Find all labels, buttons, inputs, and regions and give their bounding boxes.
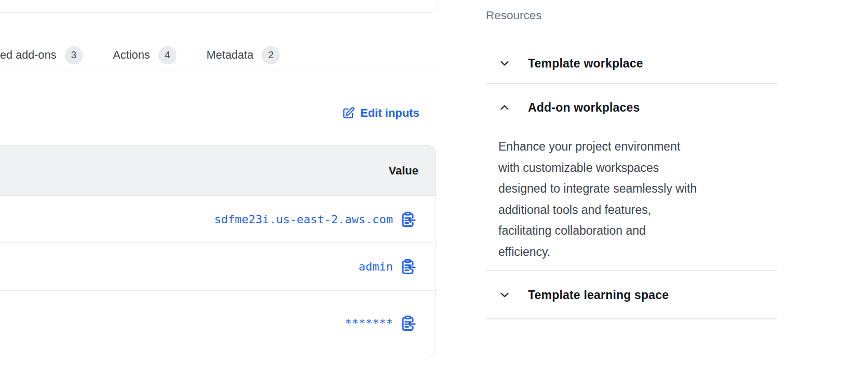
- accordion-template-learning-space[interactable]: Template learning space: [486, 281, 777, 308]
- chevron-up-icon: [498, 101, 511, 114]
- section-divider: [486, 318, 777, 319]
- tab-bar: ed add-ons 3 Actions 4 Metadata 2: [0, 38, 440, 72]
- tab-metadata[interactable]: Metadata 2: [207, 46, 280, 64]
- table-header-row: Value: [0, 146, 436, 196]
- inputs-table: Value sdfme23i.us-east-2.aws.com admin: [0, 145, 436, 356]
- edit-inputs-label: Edit inputs: [360, 106, 419, 120]
- table-row: *******: [0, 290, 436, 356]
- clipboard-copy-icon[interactable]: [399, 315, 416, 332]
- pencil-square-icon: [342, 106, 355, 120]
- tab-count-badge: 4: [158, 46, 177, 64]
- value-column-header: Value: [389, 164, 436, 178]
- row-value-text: *******: [345, 317, 393, 330]
- top-card-partial: [0, 0, 437, 13]
- description-line: facilitating collaboration and: [498, 220, 768, 241]
- resources-panel: Resources Template workplace Add-on work…: [486, 0, 777, 378]
- row-value-text: admin: [359, 260, 393, 273]
- section-divider: [486, 270, 777, 271]
- description-line: with customizable workspaces: [498, 157, 768, 179]
- tab-count-badge: 3: [65, 46, 83, 64]
- accordion-add-on-workplaces[interactable]: Add-on workplaces: [486, 94, 777, 121]
- description-line: efficiency.: [498, 241, 768, 263]
- resources-heading: Resources: [486, 9, 542, 22]
- chevron-down-icon: [498, 289, 511, 301]
- description-line: Enhance your project environment: [498, 136, 768, 157]
- table-row: admin: [0, 242, 436, 290]
- tab-label: Actions: [113, 49, 150, 62]
- clipboard-copy-icon[interactable]: [399, 259, 416, 275]
- section-title: Template learning space: [528, 288, 669, 302]
- tab-label: Metadata: [207, 49, 253, 62]
- edit-inputs-button[interactable]: Edit inputs: [342, 103, 419, 124]
- section-description: Enhance your project environment with cu…: [498, 136, 768, 262]
- section-title: Add-on workplaces: [528, 101, 640, 115]
- tab-label: ed add-ons: [0, 49, 57, 62]
- accordion-template-workplace[interactable]: Template workplace: [486, 50, 777, 77]
- tab-actions[interactable]: Actions 4: [113, 46, 177, 64]
- chevron-down-icon: [498, 57, 511, 70]
- section-divider: [486, 83, 777, 84]
- tab-count-badge: 2: [262, 46, 280, 64]
- section-title: Template workplace: [528, 57, 643, 71]
- table-row: sdfme23i.us-east-2.aws.com: [0, 196, 436, 242]
- tab-installed-add-ons[interactable]: ed add-ons 3: [0, 46, 83, 64]
- page: ed add-ons 3 Actions 4 Metadata 2 Edit i…: [0, 0, 868, 378]
- description-line: additional tools and features,: [498, 199, 768, 221]
- clipboard-copy-icon[interactable]: [399, 211, 416, 227]
- description-line: designed to integrate seamlessly with: [498, 178, 768, 199]
- row-value-text: sdfme23i.us-east-2.aws.com: [214, 213, 393, 226]
